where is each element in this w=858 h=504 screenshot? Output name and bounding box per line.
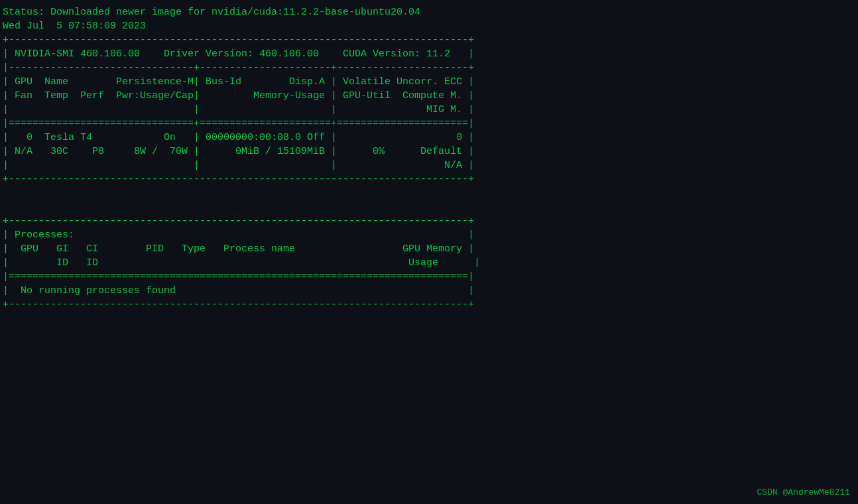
terminal-line: | Processes: | — [0, 228, 858, 242]
terminal-line: | | | N/A | — [0, 158, 858, 172]
terminal-line: +---------------------------------------… — [0, 298, 858, 312]
terminal-line: |===============================+=======… — [0, 117, 858, 131]
terminal-output: Status: Downloaded newer image for nvidi… — [0, 5, 858, 312]
terminal-line: |=======================================… — [0, 270, 858, 284]
watermark: CSDN @AndrewMe8211 — [757, 487, 850, 499]
terminal-line: |-------------------------------+-------… — [0, 61, 858, 75]
terminal-line: | NVIDIA-SMI 460.106.00 Driver Version: … — [0, 47, 858, 61]
terminal-line — [0, 200, 858, 214]
terminal-line: | 0 Tesla T4 On | 00000000:00:08.0 Off |… — [0, 131, 858, 145]
terminal-line: | | | MIG M. | — [0, 103, 858, 117]
terminal-line: +---------------------------------------… — [0, 33, 858, 47]
terminal-line: Wed Jul 5 07:58:09 2023 — [0, 19, 858, 33]
terminal-line: | Fan Temp Perf Pwr:Usage/Cap| Memory-Us… — [0, 89, 858, 103]
terminal-line: | No running processes found | — [0, 284, 858, 298]
terminal-line: | N/A 30C P8 8W / 70W | 0MiB / 15109MiB … — [0, 145, 858, 158]
terminal-line: | GPU GI CI PID Type Process name GPU Me… — [0, 242, 858, 256]
terminal-line — [0, 186, 858, 200]
terminal-line: Status: Downloaded newer image for nvidi… — [0, 5, 858, 19]
terminal-line: +---------------------------------------… — [0, 172, 858, 186]
terminal-line: | ID ID Usage | — [0, 256, 858, 270]
terminal-line: | GPU Name Persistence-M| Bus-Id Disp.A … — [0, 75, 858, 89]
terminal-line: +---------------------------------------… — [0, 214, 858, 228]
